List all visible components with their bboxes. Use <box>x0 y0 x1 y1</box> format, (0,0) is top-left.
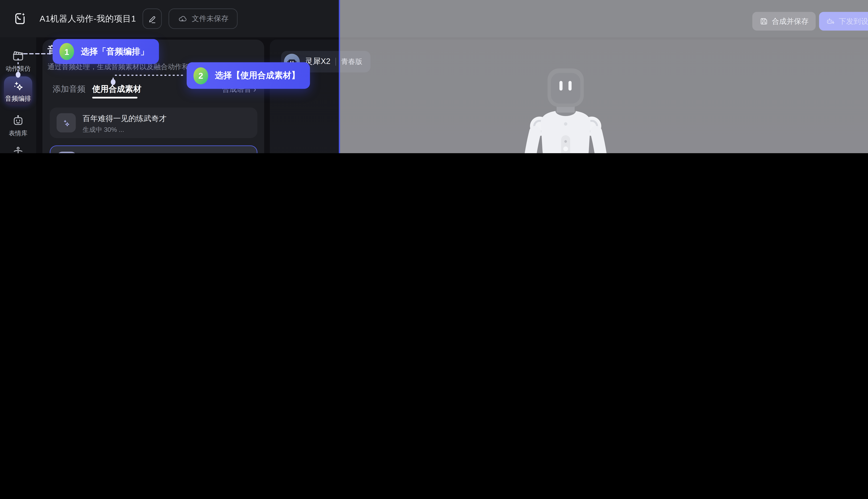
audio-item-progress: 生成中 30% ... <box>83 125 124 134</box>
deploy-label: 下发到设备 <box>839 16 868 26</box>
sparkle-icon <box>57 113 76 133</box>
save-status-button[interactable]: 文件未保存 <box>169 9 238 29</box>
clapperboard-icon <box>11 49 25 62</box>
robot-edition: 青春版 <box>341 57 362 66</box>
app-logo-icon <box>12 11 27 26</box>
step-number-badge: 1 <box>59 43 74 60</box>
project-title: A1机器人动作-我的项目1 <box>40 0 136 37</box>
sidebar-item-motion-mimic[interactable]: 动作模仿 <box>0 49 36 73</box>
deploy-button[interactable]: 下发到设备 <box>819 12 868 31</box>
top-bar: A1机器人动作-我的项目1 文件未保存 <box>0 0 868 37</box>
step-number-badge: 2 <box>194 67 208 84</box>
audio-item-title: 百年难得一见的练武奇才 <box>83 114 167 124</box>
audio-item-selected[interactable]: 哈哈大笑声音-点击状态 00:03 <box>50 145 258 153</box>
person-icon <box>12 146 24 153</box>
tab-use-synth-material[interactable]: 使用合成素材 <box>92 84 141 95</box>
tutorial-step-1: 1 选择「音频编排」 <box>53 39 159 64</box>
divider <box>336 58 336 66</box>
sidebar-item-motion-library[interactable]: 动作库 <box>0 146 36 153</box>
floppy-icon <box>759 17 768 25</box>
play-icon[interactable] <box>57 151 76 153</box>
cloud-icon <box>177 14 187 23</box>
sidebar-label: 表情库 <box>0 129 36 137</box>
app-root: A1机器人动作-我的项目1 文件未保存 <box>0 0 868 153</box>
sidebar-item-audio-arrange[interactable]: 音频编排 <box>4 76 32 105</box>
synthesize-save-label: 合成并保存 <box>772 16 809 26</box>
robot-face-icon <box>12 114 24 127</box>
sidebar-label: 动作模仿 <box>0 64 36 73</box>
audio-item-title: 哈哈大笑声音-点击状态 <box>83 152 162 153</box>
tutorial-step-2: 2 选择【使用合成素材】 <box>187 62 310 89</box>
sidebar: 动作模仿 音频编排 表情库 <box>0 37 36 153</box>
audio-item-generating[interactable]: 百年难得一见的练武奇才 生成中 30% ... <box>50 108 258 138</box>
step-text: 选择「音频编排」 <box>81 46 149 57</box>
sparkles-icon <box>12 80 24 92</box>
sidebar-item-expression-library[interactable]: 表情库 <box>0 114 36 137</box>
step-text: 选择【使用合成素材】 <box>215 70 300 81</box>
tab-active-underline <box>92 97 137 98</box>
sidebar-label: 音频编排 <box>4 95 32 103</box>
robot-model <box>492 65 639 153</box>
robot-download-icon <box>826 17 835 26</box>
save-status-label: 文件未保存 <box>192 14 228 24</box>
synthesize-save-button[interactable]: 合成并保存 <box>752 12 816 31</box>
tab-add-audio[interactable]: 添加音频 <box>53 84 85 95</box>
robot-viewport[interactable]: 灵犀X2 青春版 Z Y X <box>270 40 868 153</box>
rename-button[interactable] <box>142 9 162 29</box>
pencil-icon <box>148 14 157 23</box>
